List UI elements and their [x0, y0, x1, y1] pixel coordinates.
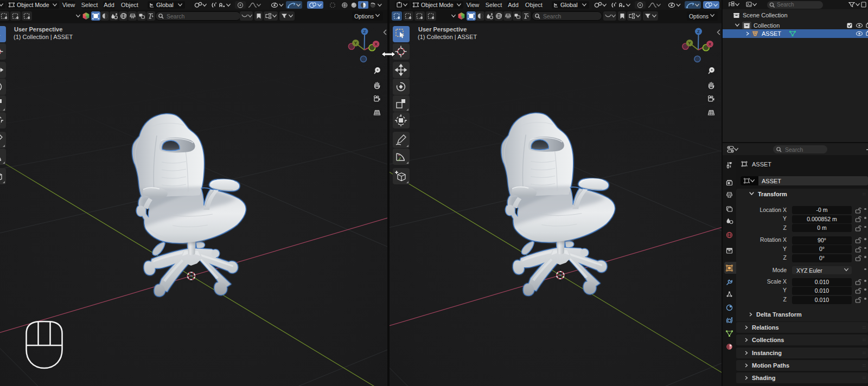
svg-text:Global: Global	[560, 2, 578, 8]
svg-text:Y: Y	[688, 41, 691, 46]
svg-text:X: X	[374, 42, 378, 47]
svg-text:Y: Y	[354, 41, 358, 46]
svg-text:X: X	[709, 42, 712, 47]
svg-text:Global: Global	[156, 2, 174, 8]
svg-text:Z: Z	[363, 29, 366, 34]
svg-text:Object Mode: Object Mode	[421, 2, 454, 8]
svg-text:Object Mode: Object Mode	[17, 2, 49, 8]
svg-text:Z: Z	[697, 29, 700, 34]
